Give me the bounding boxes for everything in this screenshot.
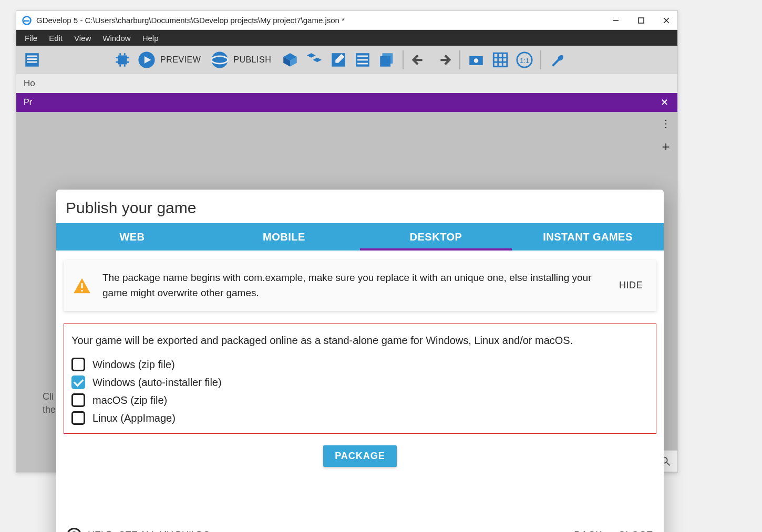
minimize-button[interactable] [610, 15, 622, 26]
toolbar-separator-2 [459, 50, 460, 69]
grid-icon[interactable] [490, 49, 511, 70]
chip-icon[interactable] [112, 49, 133, 70]
svg-rect-9 [118, 56, 127, 65]
checkbox-label: macOS (zip file) [92, 394, 167, 406]
checkbox-icon[interactable] [71, 411, 85, 425]
export-options-box: Your game will be exported and packaged … [64, 324, 656, 434]
checkbox-label: Windows (auto-installer file) [92, 377, 222, 389]
app-logo-icon [22, 15, 32, 26]
editor-tabs: Ho [16, 74, 677, 93]
tab-desktop[interactable]: DESKTOP [360, 223, 512, 251]
cube-icon[interactable] [280, 49, 301, 70]
warning-text: The package name begins with com.example… [102, 270, 603, 300]
zoom-reset-icon[interactable]: 1:1 [514, 49, 535, 70]
wrench-icon[interactable] [547, 49, 568, 70]
project-tab-partial[interactable]: Pr [24, 98, 32, 107]
svg-marker-25 [307, 53, 316, 58]
checkbox-icon[interactable] [71, 393, 85, 407]
svg-marker-26 [313, 58, 322, 62]
editor-body: ⋮ + Cli the 843;258 Search Publish your … [16, 112, 677, 472]
dialog-footer: ? HELP SEE ALL MY BUILDS BACK CLOSE [56, 519, 664, 532]
export-description: Your game will be exported and packaged … [71, 332, 648, 348]
svg-text:1:1: 1:1 [520, 57, 529, 65]
menu-window[interactable]: Window [97, 32, 136, 44]
close-dialog-button[interactable]: CLOSE [618, 529, 653, 532]
publish-dialog: Publish your game WEB MOBILE DESKTOP INS… [56, 190, 664, 532]
toolbar: PREVIEW PUBLISH 1:1 [16, 46, 677, 74]
tab-web[interactable]: WEB [56, 223, 208, 251]
checkbox-label: Windows (zip file) [92, 359, 175, 371]
toolbar-separator [403, 50, 404, 69]
help-link[interactable]: HELP [88, 530, 112, 533]
camera-icon[interactable] [466, 49, 487, 70]
svg-rect-32 [357, 63, 368, 65]
menu-file[interactable]: File [19, 32, 43, 44]
bg-hint-text: Cli the [43, 390, 56, 416]
preview-label[interactable]: PREVIEW [160, 55, 201, 65]
svg-rect-8 [27, 61, 37, 63]
layers-icon[interactable] [376, 49, 397, 70]
svg-rect-7 [27, 58, 37, 60]
svg-rect-47 [81, 283, 83, 288]
checkbox-linux-appimage[interactable]: Linux (AppImage) [71, 409, 648, 427]
back-button[interactable]: BACK [574, 529, 602, 532]
help-icon[interactable]: ? [67, 528, 81, 532]
warning-banner: The package name begins with com.example… [64, 260, 656, 311]
menu-view[interactable]: View [69, 32, 96, 44]
tab-instant-games[interactable]: INSTANT GAMES [512, 223, 664, 251]
project-tab-row: Pr ✕ [16, 93, 677, 112]
toolbar-separator-3 [540, 50, 541, 69]
menu-bar: File Edit View Window Help [16, 30, 677, 46]
dialog-tabs: WEB MOBILE DESKTOP INSTANT GAMES [56, 223, 664, 251]
checkbox-macos-zip[interactable]: macOS (zip file) [71, 391, 648, 409]
more-menu-button[interactable]: ⋮ [656, 114, 675, 133]
close-button[interactable] [661, 15, 672, 26]
svg-rect-2 [639, 18, 644, 23]
tab-mobile[interactable]: MOBILE [208, 223, 360, 251]
edit-icon[interactable] [328, 49, 349, 70]
checkbox-icon[interactable] [71, 375, 85, 389]
svg-rect-34 [380, 56, 391, 67]
titlebar[interactable]: GDevelop 5 - C:\Users\charburg\Documents… [16, 11, 677, 30]
checkbox-windows-zip[interactable]: Windows (zip file) [71, 356, 648, 373]
home-tab-partial[interactable]: Ho [24, 78, 35, 89]
publish-icon[interactable] [209, 49, 230, 70]
window-title: GDevelop 5 - C:\Users\charburg\Documents… [36, 16, 610, 25]
svg-rect-37 [494, 53, 508, 67]
svg-rect-31 [357, 59, 368, 61]
list-icon[interactable] [352, 49, 373, 70]
publish-label[interactable]: PUBLISH [233, 55, 271, 65]
checkbox-label: Linux (AppImage) [92, 412, 176, 424]
warning-icon [72, 276, 92, 296]
svg-rect-30 [357, 56, 368, 57]
svg-rect-6 [27, 56, 37, 57]
checkbox-icon[interactable] [71, 358, 85, 371]
package-button[interactable]: PACKAGE [323, 445, 397, 467]
menu-help[interactable]: Help [137, 32, 164, 44]
svg-rect-48 [81, 289, 83, 291]
undo-icon[interactable] [409, 49, 430, 70]
cubes-icon[interactable] [304, 49, 325, 70]
preview-icon[interactable] [136, 49, 157, 70]
project-icon[interactable] [22, 49, 43, 70]
menu-edit[interactable]: Edit [44, 32, 68, 44]
app-window: GDevelop 5 - C:\Users\charburg\Documents… [16, 11, 678, 473]
add-button[interactable]: + [656, 137, 675, 156]
checkbox-windows-autoinstaller[interactable]: Windows (auto-installer file) [71, 373, 648, 391]
redo-icon[interactable] [433, 49, 454, 70]
maximize-button[interactable] [635, 15, 647, 26]
svg-point-36 [474, 58, 479, 63]
see-all-builds-link[interactable]: SEE ALL MY BUILDS [119, 530, 210, 533]
window-controls [610, 15, 672, 26]
dialog-title: Publish your game [56, 190, 664, 223]
svg-point-20 [212, 51, 228, 68]
svg-line-45 [667, 463, 670, 466]
tab-close-button[interactable]: ✕ [653, 93, 675, 112]
hide-warning-button[interactable]: HIDE [614, 277, 648, 294]
